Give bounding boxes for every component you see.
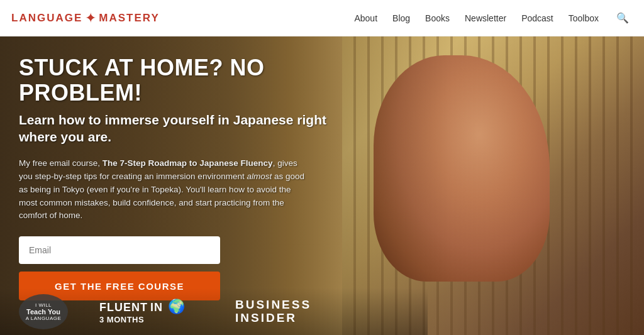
logo-star-icon: ✦	[85, 10, 96, 26]
fluent-text-block: FLUENT iN 🌍 3 MONTHS	[99, 299, 185, 324]
nav-toolbox[interactable]: Toolbox	[569, 13, 599, 23]
body-part1: My free email course,	[19, 158, 103, 168]
hero-logos-bar: i will Teach You a Language FLUENT iN 🌍 …	[0, 288, 428, 335]
nav-newsletter[interactable]: Newsletter	[465, 13, 506, 23]
nav-podcast[interactable]: Podcast	[521, 13, 553, 23]
fluent-top2: iN	[150, 302, 163, 313]
teach-logo-sub: a Language	[26, 316, 62, 321]
header: LANGUAGE ✦ MASTERY About Blog Books News…	[0, 0, 644, 36]
nav-blog[interactable]: Blog	[392, 13, 410, 23]
hero-body: My free email course, The 7-Step Roadmap…	[19, 157, 308, 223]
fluent-globe-icon: 🌍	[168, 299, 185, 315]
teach-logo-main: Teach You	[26, 308, 60, 316]
hero-headline: STUCK AT HOME? NO PROBLEM!	[19, 55, 327, 105]
bi-line1: BUSINESS	[235, 299, 311, 312]
search-button[interactable]: 🔍	[614, 11, 631, 25]
fluent-3-months-logo: FLUENT iN 🌍 3 MONTHS	[99, 299, 185, 324]
nav-about[interactable]: About	[354, 13, 377, 23]
logo[interactable]: LANGUAGE ✦ MASTERY	[11, 10, 160, 26]
logo-mastery: MASTERY	[99, 12, 160, 25]
body-italic: almost	[247, 172, 272, 181]
body-bold: The 7-Step Roadmap to Japanese Fluency	[103, 158, 273, 168]
fluent-bottom: 3 MONTHS	[99, 315, 144, 324]
hero-subheadline: Learn how to immerse yourself in Japanes…	[19, 111, 327, 146]
fluent-top1: FLUENT	[99, 302, 148, 313]
search-icon: 🔍	[616, 13, 629, 23]
bi-line2: INSIDER	[235, 312, 297, 325]
teach-logo-small: i will	[35, 302, 52, 308]
email-input[interactable]	[19, 236, 220, 264]
nav-books[interactable]: Books	[425, 13, 450, 23]
nav: About Blog Books Newsletter Podcast Tool…	[354, 11, 631, 25]
teach-you-language-logo: i will Teach You a Language	[19, 294, 68, 329]
business-insider-logo: BUSINESS INSIDER	[235, 299, 311, 325]
logo-language: LANGUAGE	[11, 12, 82, 25]
hero-section: STUCK AT HOME? NO PROBLEM! Learn how to …	[0, 36, 644, 335]
